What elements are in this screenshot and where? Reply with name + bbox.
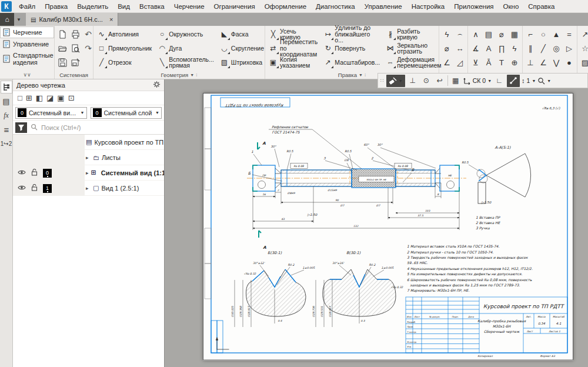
layers-panel-icon[interactable]: ≡ [1,123,12,136]
parameters-panel-icon[interactable]: ▤ [1,95,12,108]
hatch-button[interactable]: ▨Штриховка [218,55,266,69]
menu-item[interactable]: Файл [14,0,40,13]
menu-item[interactable]: Оформление [260,0,311,13]
toolbar-grip[interactable]: ∷ [380,78,385,84]
menu-item[interactable]: Управление [360,0,407,13]
home-button[interactable]: ⌂ [0,13,14,26]
save-as-icon[interactable] [69,56,82,69]
circle-button[interactable]: ○Окружность [155,27,216,41]
linear-dimension-icon[interactable]: ↔ [453,42,466,55]
grid-icon[interactable]: ▦ [450,75,462,86]
center-axes-icon[interactable]: ⊕ [508,56,521,69]
menu-item[interactable]: Настройка [407,0,450,13]
parallel-icon[interactable]: ∥ [524,42,537,55]
fillet-button[interactable]: ◡Скругление [218,41,266,55]
collinear-icon[interactable]: ╱ [537,42,550,55]
axes-icon[interactable]: ⊞ [26,94,32,102]
eye-icon[interactable] [18,169,26,176]
split-curve-button[interactable]: ∦Разбить кривую [383,27,443,41]
menu-item[interactable]: Окно [499,0,524,13]
tangent-icon[interactable]: ○ [537,28,550,41]
menu-item[interactable]: Вставка [135,0,169,13]
bisector-icon[interactable]: ⋁ [550,56,563,69]
tab-close-icon[interactable]: × [109,16,113,23]
print-preview-icon[interactable] [69,42,82,55]
lock-icon[interactable] [31,169,38,177]
tree-row[interactable]: ▤Курсовой проект по ТП Р [13,135,164,150]
zoom-select[interactable]: ▼ [537,75,551,86]
fix-icon[interactable]: ▲ [550,28,563,41]
menu-item[interactable]: Черчение [169,0,209,13]
move-by-coordinates-button[interactable]: ⇄Переместить по координатам [266,41,320,55]
menu-item[interactable]: Справка [523,0,559,13]
tree-row[interactable]: 0▸⊞Системный вид (1:1) [13,165,164,181]
snap-button[interactable] [507,75,520,87]
menu-item[interactable]: Ограничения [209,0,260,13]
measure-icon[interactable]: ↗ [579,28,588,41]
menu-item[interactable]: Выделить [72,0,113,13]
undo-icon[interactable]: ↶ [82,28,95,41]
variables-panel-icon[interactable]: fx [1,109,12,122]
auto-dimension-icon[interactable]: ϟ [440,28,453,41]
menu-item[interactable]: Приложения [449,0,498,13]
expand-arrow-icon[interactable]: ▸ [86,170,89,176]
image-icon[interactable]: ▣ [57,94,64,102]
properties-icon[interactable]: ☆ [579,42,588,55]
sheet-icon[interactable]: ⊡ [68,94,75,102]
layer-quick-select[interactable]: ↕ 1 ▼ [522,75,536,86]
home-caret-icon[interactable]: ▼ [14,13,24,26]
tree-row[interactable]: 1▸▢Вид 1 (2.5:1) [13,181,164,196]
open-icon[interactable] [56,42,69,55]
center-mark-icon[interactable]: ⌀ [495,28,508,41]
concentric-icon[interactable]: ◎ [550,42,563,55]
layer-icon[interactable]: ◧ [36,94,43,102]
diameter-dimension-icon[interactable]: ⌀ [440,42,453,55]
drawing-canvas[interactable]: Курсовой проект по ТП РДТТ√Ra 6,3 (√)Риф… [165,79,588,367]
table-icon[interactable]: ▦ [508,28,521,41]
rotate-button[interactable]: ↻Повернуть [321,41,382,55]
extend-to-nearest-button[interactable]: ↦Удлинить до ближайшего о... [321,27,382,41]
menu-item[interactable]: Правка [40,0,72,13]
search-input[interactable] [41,124,162,131]
datum-icon[interactable]: ⊻ [469,56,482,69]
perpendicular-icon[interactable]: ⊥ [524,56,537,69]
autoline-button[interactable]: ∿Автолиния [95,27,154,41]
constraint-corner-icon[interactable]: ⌐ [524,28,537,41]
section-line-icon[interactable]: ∏ [495,42,508,55]
tree-row[interactable]: ▸🗀Листы [13,150,164,165]
angle-dimension-icon[interactable]: ∠ [440,56,453,69]
tree-panel-tab-icon[interactable] [1,81,12,94]
leader-icon[interactable]: ∡ [469,42,482,55]
symmetry-icon[interactable]: ▷ [563,42,576,55]
group-caret-icon[interactable]: ▼ [190,73,194,77]
constraints-eraser-button[interactable]: ▼ [386,75,405,87]
view-number-badge[interactable]: 1 [43,184,52,193]
angular-dimension-icon[interactable]: ◿ [453,56,466,69]
gear-icon[interactable] [153,81,161,89]
view-select[interactable]: 0 Системный вид... ▼ [15,107,87,119]
mode-standard-parts[interactable]: Стандартные изделия [0,50,54,68]
arc-button[interactable]: ◠Дуга [155,41,216,55]
equal-icon[interactable]: = [563,28,576,41]
deform-by-move-button[interactable]: ⇔Деформация перемещением [383,55,443,69]
segment-button[interactable]: ╱Отрезок [95,55,154,69]
mirror-button[interactable]: ⋈Зеркально отразить [383,41,443,55]
kompas-logo-icon[interactable]: К [1,1,12,12]
filter-icon[interactable] [15,122,27,133]
lock-icon[interactable] [31,184,38,192]
renumber-panel-icon[interactable]: 1↪2 [1,137,12,150]
degrees-of-freedom-icon[interactable]: ⊙ [420,75,432,86]
document-tab[interactable]: ▤ Калибр М30х1 6Н.с... × [26,13,118,26]
copy-by-point-button[interactable]: ▣Копия указанием [266,55,320,69]
tolerance-frame-icon[interactable]: ▤ [482,28,495,41]
text-label-icon[interactable]: T [495,56,508,69]
autosort-icon[interactable]: ϟ [508,42,521,55]
construction-line-button[interactable]: ╲Вспомогатель... прямая [155,55,216,69]
scale-button[interactable]: ↗Масштабиров... [321,55,382,69]
ortho-corner-icon[interactable]: ∟ [493,75,505,86]
view-number-badge[interactable]: 0 [43,169,52,178]
mode-drawing[interactable]: Черчение [0,26,54,38]
mode-management[interactable]: Управление [0,38,54,50]
expand-arrow-icon[interactable]: ▸ [86,185,91,191]
layer-select[interactable]: 0 Системный слой ▼ [91,107,162,119]
